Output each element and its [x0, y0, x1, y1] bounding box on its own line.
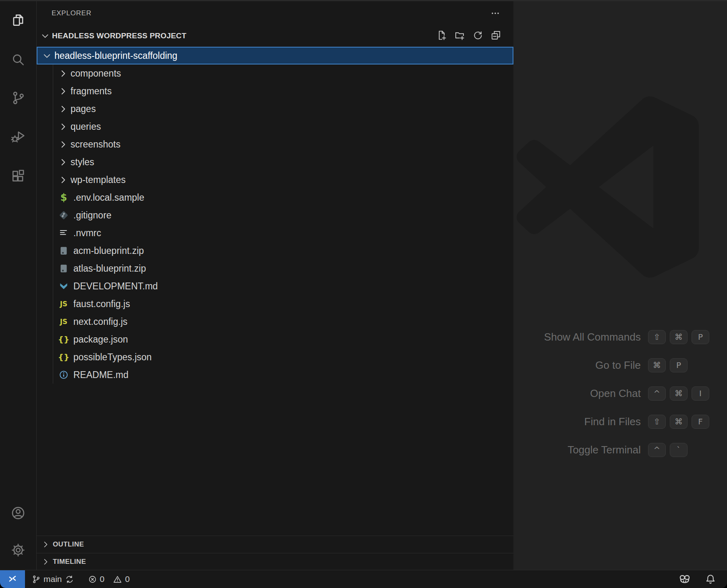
activity-bar-item-account[interactable]: [5, 501, 31, 527]
editor-area: Show All Commands⇧⌘PGo to File⌘POpen Cha…: [513, 0, 727, 570]
extensions-icon: [10, 168, 26, 185]
branch-status-item[interactable]: main: [31, 574, 74, 584]
keycap: ⌘: [648, 358, 666, 372]
activity-bar: [0, 0, 37, 570]
tree-item-label: faust.config.js: [73, 295, 130, 313]
chevron-right-icon: [58, 68, 69, 79]
tree-item-label: acm-blueprint.zip: [73, 242, 144, 260]
json-icon: {}: [58, 333, 70, 345]
new-file-button[interactable]: [436, 30, 447, 42]
shortcut-keys: ⇧⌘P: [648, 330, 709, 344]
tree-item-folder[interactable]: screenshots: [37, 135, 513, 153]
explorer-more-actions-button[interactable]: [488, 6, 503, 20]
files-icon: [10, 12, 26, 29]
window-top-edge: [0, 0, 727, 1]
status-bar: main 0 0: [0, 570, 727, 588]
info-icon: [58, 369, 70, 381]
panel-header-outline[interactable]: OUTLINE: [37, 536, 513, 553]
keycap: P: [670, 358, 688, 372]
sync-icon: [65, 575, 74, 584]
status-bar-right: [679, 573, 717, 585]
explorer-title: EXPLORER: [52, 9, 91, 17]
new-folder-button[interactable]: [454, 30, 465, 42]
error-icon: [88, 575, 97, 584]
tree-item-file[interactable]: acm-blueprint.zip: [37, 242, 513, 260]
tree-item-folder[interactable]: pages: [37, 100, 513, 118]
tree-item-folder[interactable]: headless-blueprint-scaffolding: [37, 47, 513, 64]
remote-indicator[interactable]: [0, 570, 25, 588]
tree-item-file[interactable]: {}possibleTypes.json: [37, 348, 513, 366]
tree-item-label: possibleTypes.json: [73, 348, 152, 366]
git-icon: [58, 209, 70, 221]
tree-item-label: atlas-blueprint.zip: [73, 260, 146, 277]
tree-item-folder[interactable]: queries: [37, 118, 513, 135]
activity-bar-item-source-control[interactable]: [5, 86, 31, 112]
tree-item-file[interactable]: $.env.local.sample: [37, 189, 513, 206]
branch-name: main: [44, 574, 62, 584]
tree-item-label: styles: [71, 153, 94, 171]
tree-item-label: .nvmrc: [73, 224, 101, 242]
search-icon: [10, 52, 26, 69]
json-icon: {}: [58, 351, 70, 363]
keycap: ⇧: [648, 330, 666, 344]
workspace-section-header[interactable]: HEADLESS WORDPRESS PROJECT: [37, 27, 513, 45]
zip-icon: [58, 262, 70, 274]
collapse-all-button[interactable]: [490, 30, 501, 42]
shortcut-keys: ^⌘I: [648, 386, 709, 401]
status-item-bell[interactable]: [704, 573, 717, 585]
tree-item-label: .env.local.sample: [73, 189, 144, 206]
tree-item-folder[interactable]: fragments: [37, 82, 513, 100]
shortcut-keys: ^`: [648, 443, 709, 457]
git-branch-icon: [31, 575, 41, 584]
settings-gear-icon: [10, 542, 26, 559]
warning-icon: [113, 575, 122, 584]
tree-item-file[interactable]: .nvmrc: [37, 224, 513, 242]
bell-icon: [704, 573, 717, 585]
panel-header-timeline[interactable]: TIMELINE: [37, 553, 513, 570]
refresh-icon: [472, 30, 483, 42]
keycap: ^: [648, 443, 666, 457]
tree-item-label: package.json: [73, 330, 128, 348]
keycap: ⌘: [670, 386, 688, 401]
activity-bar-item-extensions[interactable]: [5, 164, 31, 190]
panel-label: OUTLINE: [53, 540, 84, 549]
activity-bar-item-search[interactable]: [5, 48, 31, 73]
list-icon: [58, 227, 70, 239]
tree-item-file[interactable]: JSnext.config.js: [37, 313, 513, 330]
chevron-right-icon: [58, 175, 69, 185]
activity-bar-item-run-debug[interactable]: [5, 124, 31, 150]
tree-item-label: screenshots: [71, 135, 120, 153]
shortcut-label: Toggle Terminal: [544, 444, 641, 456]
tree-item-label: pages: [71, 100, 96, 118]
explorer-toolbar: [436, 27, 501, 45]
chevron-right-icon: [58, 86, 69, 97]
watermark-shortcuts: Show All Commands⇧⌘PGo to File⌘POpen Cha…: [544, 323, 709, 464]
tree-item-label: components: [71, 64, 121, 82]
chevron-right-icon: [58, 121, 69, 132]
keycap: `: [670, 443, 688, 457]
problems-status-item[interactable]: 0 0: [88, 574, 130, 584]
tree-item-file[interactable]: .gitignore: [37, 206, 513, 224]
tree-item-folder[interactable]: components: [37, 64, 513, 82]
run-debug-icon: [10, 129, 26, 145]
tree-item-file[interactable]: README.md: [37, 366, 513, 384]
tree-item-file[interactable]: DEVELOPMENT.md: [37, 277, 513, 295]
refresh-button[interactable]: [472, 30, 483, 42]
vscode-logo-watermark: [517, 96, 699, 278]
keycap: ^: [648, 386, 666, 401]
markdown-arrow-icon: [58, 280, 70, 292]
activity-bar-item-files[interactable]: [5, 8, 31, 34]
tree-item-file[interactable]: JSfaust.config.js: [37, 295, 513, 313]
tree-item-folder[interactable]: wp-templates: [37, 171, 513, 189]
chevron-right-icon: [41, 540, 50, 549]
status-item-copilot[interactable]: [679, 573, 691, 585]
collapse-all-icon: [490, 30, 501, 42]
tree-item-file[interactable]: {}package.json: [37, 330, 513, 348]
copilot-icon: [679, 573, 691, 585]
activity-bar-item-settings-gear[interactable]: [5, 538, 31, 564]
panel-label: TIMELINE: [53, 558, 86, 566]
tree-item-label: wp-templates: [71, 171, 126, 189]
tree-item-file[interactable]: atlas-blueprint.zip: [37, 260, 513, 277]
chevron-right-icon: [58, 139, 69, 150]
tree-item-folder[interactable]: styles: [37, 153, 513, 171]
